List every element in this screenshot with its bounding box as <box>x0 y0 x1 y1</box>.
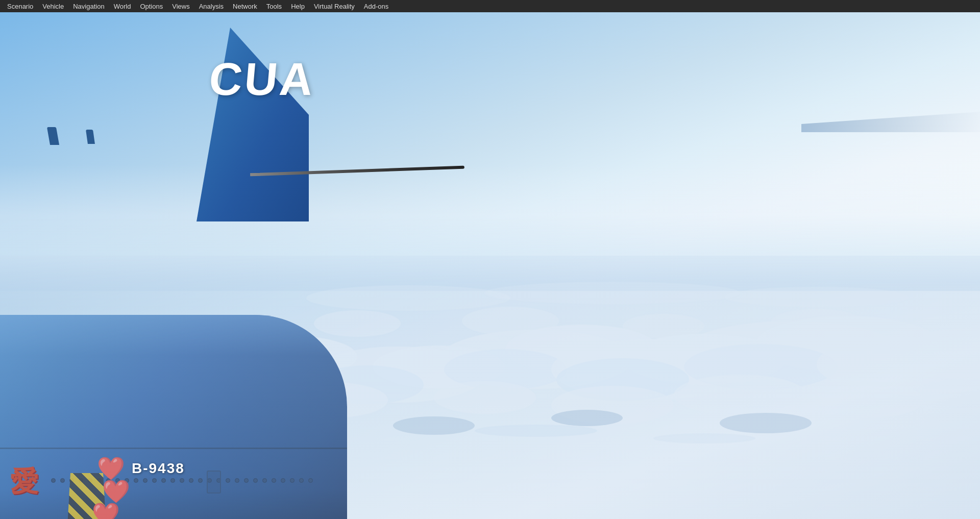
registration-text: B-9438 <box>132 460 185 477</box>
menu-navigation[interactable]: Navigation <box>69 2 108 11</box>
menu-world[interactable]: World <box>110 2 135 11</box>
viewport: 愛 ❤️ ❤️ ❤️ 1♥1 B-9438 CUA <box>0 12 980 519</box>
menu-scenario[interactable]: Scenario <box>3 2 37 11</box>
menu-analysis[interactable]: Analysis <box>195 2 228 11</box>
menubar: Scenario Vehicle Navigation World Option… <box>0 0 980 12</box>
menu-virtual-reality[interactable]: Virtual Reality <box>310 2 359 11</box>
antenna-2 <box>86 130 95 144</box>
cloud-overlay <box>0 256 980 519</box>
menu-vehicle[interactable]: Vehicle <box>38 2 68 11</box>
menu-views[interactable]: Views <box>168 2 193 11</box>
menu-network[interactable]: Network <box>229 2 261 11</box>
airline-code: CUA <box>207 53 317 106</box>
menu-add-ons[interactable]: Add-ons <box>360 2 393 11</box>
antenna-1 <box>47 127 59 145</box>
menu-options[interactable]: Options <box>136 2 167 11</box>
menu-help[interactable]: Help <box>287 2 309 11</box>
menu-tools[interactable]: Tools <box>262 2 286 11</box>
